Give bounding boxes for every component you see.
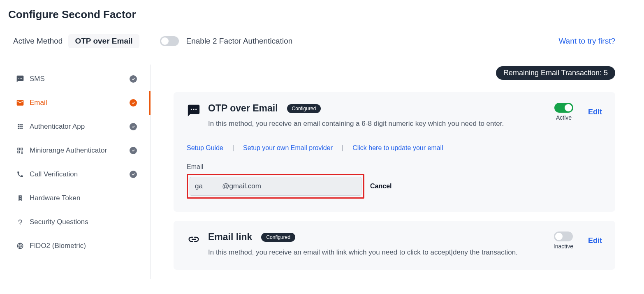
sidebar-item-call-verification[interactable]: Call Verification: [8, 162, 150, 186]
token-icon: [16, 194, 25, 203]
card-description: In this method, you receive an email wit…: [208, 248, 546, 257]
active-toggle[interactable]: [554, 103, 573, 113]
sidebar-item-authenticator-app[interactable]: Authenticator App: [8, 115, 150, 139]
email-input[interactable]: [190, 177, 361, 196]
active-toggle[interactable]: [554, 231, 573, 241]
configured-badge: Configured: [287, 104, 321, 113]
sidebar-item-miniorange-auth[interactable]: Miniorange Authenticator: [8, 139, 150, 162]
message-icon: [187, 104, 201, 118]
sidebar-item-label: SMS: [30, 75, 45, 83]
question-icon: [16, 218, 25, 227]
email-link-card: Email link Configured In this method, yo…: [174, 221, 615, 270]
globe-icon: [16, 241, 25, 250]
sidebar-item-hardware-token[interactable]: Hardware Token: [8, 186, 150, 210]
header-row: Active Method OTP over Email Enable 2 Fa…: [8, 34, 636, 48]
sidebar-item-label: Call Verification: [30, 170, 78, 178]
remaining-transaction-badge: Remaining Email Transaction: 5: [496, 66, 615, 80]
cancel-button[interactable]: Cancel: [370, 183, 391, 190]
sidebar-item-label: Email: [30, 99, 47, 107]
sidebar-item-security-questions[interactable]: Security Questions: [8, 210, 150, 234]
separator: |: [342, 144, 343, 152]
sidebar-item-label: Hardware Token: [30, 194, 80, 202]
enable-2fa-toggle[interactable]: [160, 36, 179, 46]
check-icon: [130, 75, 137, 83]
phone-icon: [16, 170, 25, 179]
sidebar-item-sms[interactable]: SMS: [8, 67, 150, 91]
email-icon: [16, 98, 25, 107]
check-icon: [130, 99, 137, 106]
sms-icon: [16, 74, 25, 83]
configured-badge: Configured: [261, 233, 295, 242]
qr-icon: [16, 146, 25, 155]
main-content: Remaining Email Transaction: 5 OTP over …: [151, 65, 636, 279]
enable-2fa-label: Enable 2 Factor Authentication: [186, 37, 293, 46]
setup-guide-link[interactable]: Setup Guide: [187, 144, 223, 152]
check-icon: [130, 147, 137, 154]
sidebar-item-label: FIDO2 (Biometric): [30, 242, 86, 250]
page-title: Configure Second Factor: [8, 8, 636, 21]
active-method-label: Active Method: [13, 37, 63, 46]
sidebar: SMS Email Authenticator App: [8, 65, 151, 279]
email-field-label: Email: [187, 163, 602, 171]
update-email-link[interactable]: Click here to update your email: [352, 144, 443, 152]
sidebar-item-label: Authenticator App: [30, 123, 85, 131]
grid-icon: [16, 122, 25, 131]
otp-over-email-card: OTP over Email Configured In this method…: [174, 92, 615, 212]
check-icon: [130, 171, 137, 178]
edit-button[interactable]: Edit: [588, 108, 602, 116]
link-icon: [187, 232, 201, 246]
toggle-state-label: Inactive: [554, 243, 573, 250]
card-title: Email link: [208, 231, 252, 243]
try-first-link[interactable]: Want to try first?: [558, 37, 615, 46]
own-provider-link[interactable]: Setup your own Email provider: [243, 144, 333, 152]
edit-button[interactable]: Edit: [588, 236, 602, 245]
sidebar-item-label: Miniorange Authenticator: [30, 146, 107, 155]
sidebar-item-fido2[interactable]: FIDO2 (Biometric): [8, 234, 150, 258]
card-title: OTP over Email: [208, 103, 278, 114]
active-method-value: OTP over Email: [68, 34, 139, 48]
check-icon: [130, 123, 137, 130]
sidebar-item-email[interactable]: Email: [8, 91, 150, 115]
separator: |: [232, 144, 234, 152]
email-input-highlight: [187, 174, 364, 199]
toggle-state-label: Active: [554, 114, 573, 121]
card-description: In this method, you receive an email con…: [208, 120, 547, 128]
sidebar-item-label: Security Questions: [30, 218, 88, 226]
